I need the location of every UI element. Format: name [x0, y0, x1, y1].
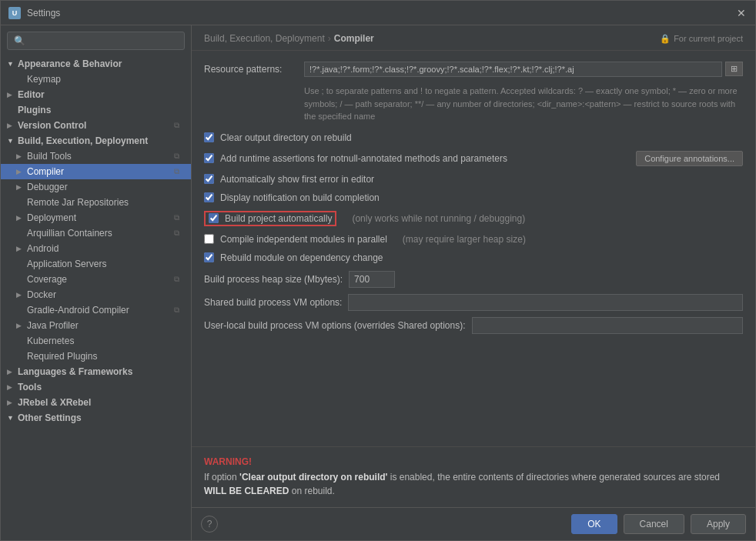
sidebar-item-label: Deployment: [27, 212, 76, 223]
sidebar-item-label: Keymap: [27, 74, 61, 85]
add-assertions-checkbox[interactable]: [204, 153, 214, 163]
main-panel: Build, Execution, Deployment › Compiler …: [192, 25, 755, 540]
sidebar: ▼ Appearance & Behavior Keymap ▶ Editor …: [1, 25, 192, 540]
sidebar-item-label: Required Plugins: [27, 351, 97, 362]
display-notification-checkbox[interactable]: [204, 192, 214, 202]
configure-annotations-button[interactable]: Configure annotations...: [636, 151, 743, 166]
sidebar-item-appearance-behavior[interactable]: ▼ Appearance & Behavior: [1, 56, 191, 72]
heap-size-label: Build process heap size (Mbytes):: [204, 274, 343, 285]
sidebar-item-gradle-android[interactable]: Gradle-Android Compiler ⧉: [1, 302, 191, 318]
copy-icon: ⧉: [174, 229, 185, 238]
sidebar-item-compiler[interactable]: ▶ Compiler ⧉: [1, 164, 191, 179]
resource-patterns-input[interactable]: [304, 62, 722, 77]
sidebar-item-label: Kubernetes: [27, 336, 74, 346]
project-scope: 🔒 For current project: [660, 34, 743, 44]
scope-icon: 🔒: [660, 34, 671, 44]
breadcrumb-path1: Build, Execution, Deployment: [204, 33, 325, 44]
copy-icon: ⧉: [174, 167, 185, 176]
sidebar-item-build-execution[interactable]: ▼ Build, Execution, Deployment: [1, 133, 191, 149]
expand-arrow: ▶: [7, 91, 16, 99]
expand-arrow: ▶: [16, 214, 25, 222]
display-notification-label: Display notification on build completion: [220, 192, 380, 203]
build-automatically-checkbox[interactable]: [209, 213, 219, 223]
build-automatically-note: (only works while not running / debuggin…: [352, 213, 525, 224]
expand-arrow: ▶: [16, 245, 25, 252]
ok-button[interactable]: OK: [571, 514, 617, 534]
expand-arrow: ▼: [7, 137, 16, 145]
expand-arrow: ▶: [16, 152, 25, 160]
checkbox-show-first-error: Automatically show first error in editor: [204, 172, 743, 186]
resource-patterns-hint: Use ; to separate patterns and ! to nega…: [304, 85, 743, 123]
sidebar-item-android[interactable]: ▶ Android: [1, 241, 191, 256]
sidebar-item-debugger[interactable]: ▶ Debugger: [1, 179, 191, 195]
sidebar-item-other-settings[interactable]: ▼ Other Settings: [1, 410, 191, 426]
sidebar-item-languages-frameworks[interactable]: ▶ Languages & Frameworks: [1, 364, 191, 379]
clear-output-checkbox[interactable]: [204, 132, 214, 142]
shared-vm-input[interactable]: [348, 294, 743, 311]
close-button[interactable]: ✕: [735, 7, 748, 19]
sidebar-item-java-profiler[interactable]: ▶ Java Profiler: [1, 318, 191, 333]
sidebar-item-label: Debugger: [27, 182, 68, 192]
sidebar-item-required-plugins[interactable]: Required Plugins: [1, 349, 191, 364]
sidebar-item-plugins[interactable]: Plugins: [1, 102, 191, 118]
apply-button[interactable]: Apply: [691, 514, 746, 534]
rebuild-module-label: Rebuild module on dependency change: [220, 252, 383, 263]
expand-arrow: ▼: [7, 414, 16, 422]
sidebar-item-label: Compiler: [27, 166, 64, 177]
rebuild-module-checkbox[interactable]: [204, 252, 214, 262]
sidebar-item-label: Arquillian Containers: [27, 228, 112, 239]
sidebar-item-label: Remote Jar Repositories: [27, 197, 129, 208]
heap-size-input[interactable]: [349, 271, 395, 288]
sidebar-item-label: Coverage: [27, 274, 67, 285]
sidebar-item-jrebel[interactable]: ▶ JRebel & XRebel: [1, 395, 191, 410]
user-local-vm-label: User-local build process VM options (ove…: [204, 320, 466, 331]
sidebar-item-deployment[interactable]: ▶ Deployment ⧉: [1, 210, 191, 225]
copy-icon: ⧉: [174, 152, 185, 161]
clear-output-label: Clear output directory on rebuild: [220, 132, 352, 143]
sidebar-item-keymap[interactable]: Keymap: [1, 72, 191, 87]
cancel-button[interactable]: Cancel: [624, 514, 684, 534]
shared-vm-label: Shared build process VM options:: [204, 297, 342, 308]
copy-icon: ⧉: [174, 306, 185, 315]
search-input[interactable]: [7, 32, 185, 50]
sidebar-item-label: Android: [27, 243, 59, 254]
sidebar-item-label: Build Tools: [27, 151, 72, 162]
compile-parallel-label: Compile independent modules in parallel: [220, 234, 387, 245]
resource-patterns-expand-button[interactable]: ⊞: [725, 62, 743, 76]
sidebar-item-label: Editor: [18, 89, 45, 100]
expand-arrow: ▶: [7, 399, 16, 406]
sidebar-item-label: Version Control: [18, 120, 86, 131]
app-icon: U: [8, 7, 21, 19]
show-first-error-checkbox[interactable]: [204, 174, 214, 184]
sidebar-item-coverage[interactable]: Coverage ⧉: [1, 272, 191, 287]
sidebar-item-build-tools[interactable]: ▶ Build Tools ⧉: [1, 149, 191, 164]
warning-box: WARNING! If option 'Clear output directo…: [192, 446, 755, 507]
breadcrumb-arrow: ›: [328, 33, 331, 44]
sidebar-item-remote-jar[interactable]: Remote Jar Repositories: [1, 195, 191, 210]
warning-title: WARNING!: [204, 456, 743, 467]
checkbox-display-notification: Display notification on build completion: [204, 191, 743, 205]
bottom-bar: ? OK Cancel Apply: [192, 507, 755, 540]
help-button[interactable]: ?: [201, 516, 218, 533]
expand-arrow: ▶: [16, 291, 25, 299]
expand-arrow: ▶: [16, 168, 25, 175]
sidebar-item-label: Other Settings: [18, 412, 82, 423]
sidebar-item-label: Application Servers: [27, 259, 106, 269]
sidebar-item-version-control[interactable]: ▶ Version Control ⧉: [1, 118, 191, 133]
checkbox-add-assertions: Add runtime assertions for notnull-annot…: [204, 149, 743, 168]
sidebar-item-arquillian[interactable]: Arquillian Containers ⧉: [1, 225, 191, 241]
compile-parallel-checkbox[interactable]: [204, 234, 214, 244]
expand-arrow: ▶: [7, 122, 16, 129]
sidebar-item-label: JRebel & XRebel: [18, 397, 91, 408]
sidebar-item-tools[interactable]: ▶ Tools: [1, 379, 191, 395]
build-automatically-highlight: Build project automatically: [204, 211, 336, 226]
sidebar-item-docker[interactable]: ▶ Docker: [1, 287, 191, 302]
user-local-vm-row: User-local build process VM options (ove…: [204, 317, 743, 334]
sidebar-item-label: Plugins: [18, 105, 51, 115]
user-local-vm-input[interactable]: [472, 317, 744, 334]
sidebar-item-kubernetes[interactable]: Kubernetes: [1, 333, 191, 349]
copy-icon: ⧉: [174, 213, 185, 222]
sidebar-item-app-servers[interactable]: Application Servers: [1, 256, 191, 272]
settings-content: Resource patterns: ⊞ Use ; to separate p…: [192, 51, 755, 446]
sidebar-item-editor[interactable]: ▶ Editor: [1, 87, 191, 102]
